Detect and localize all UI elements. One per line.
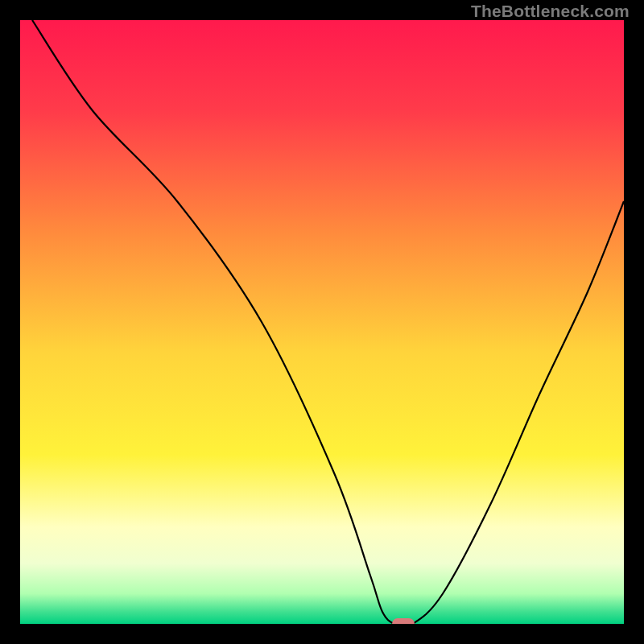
optimal-point-marker [392,618,415,624]
bottleneck-curve [20,20,624,624]
chart-plot-area [20,20,624,624]
watermark-label: TheBottleneck.com [471,2,630,21]
curve-path [32,20,624,624]
